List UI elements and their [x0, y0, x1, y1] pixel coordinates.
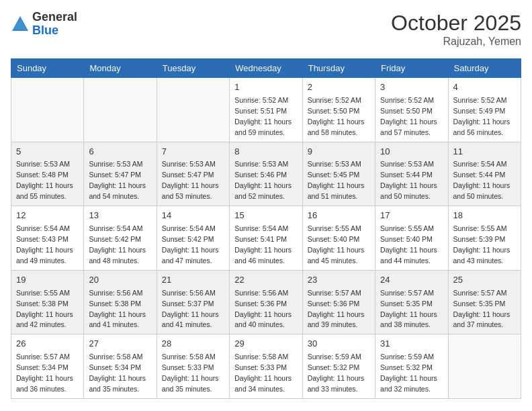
- logo-general: General: [32, 10, 77, 24]
- daylight-text: Daylight: 11 hours and 42 minutes.: [16, 310, 73, 329]
- logo-blue: Blue: [32, 24, 58, 37]
- sunrise-text: Sunrise: 5:54 AM: [162, 224, 216, 232]
- week-row-4: 19Sunrise: 5:55 AMSunset: 5:38 PMDayligh…: [11, 270, 521, 334]
- day-number: 7: [162, 146, 224, 158]
- sunset-text: Sunset: 5:44 PM: [453, 171, 506, 179]
- daylight-text: Daylight: 11 hours and 51 minutes.: [308, 181, 365, 200]
- weekday-header-wednesday: Wednesday: [230, 59, 302, 78]
- day-cell: 17Sunrise: 5:55 AMSunset: 5:40 PMDayligh…: [375, 206, 448, 271]
- day-cell: 20Sunrise: 5:56 AMSunset: 5:38 PMDayligh…: [84, 270, 157, 334]
- daylight-text: Daylight: 11 hours and 45 minutes.: [308, 246, 365, 265]
- day-cell: 7Sunrise: 5:53 AMSunset: 5:47 PMDaylight…: [157, 142, 229, 206]
- day-number: 26: [16, 338, 79, 351]
- day-cell: 28Sunrise: 5:58 AMSunset: 5:33 PMDayligh…: [157, 334, 229, 399]
- day-number: 3: [380, 81, 443, 94]
- day-cell: 23Sunrise: 5:57 AMSunset: 5:36 PMDayligh…: [302, 270, 375, 334]
- day-number: 19: [16, 274, 79, 287]
- weekday-header-thursday: Thursday: [302, 59, 375, 78]
- sunrise-text: Sunrise: 5:54 AM: [234, 224, 288, 232]
- day-cell: 18Sunrise: 5:55 AMSunset: 5:39 PMDayligh…: [448, 206, 521, 271]
- sunrise-text: Sunrise: 5:56 AM: [234, 289, 288, 297]
- sunset-text: Sunset: 5:35 PM: [380, 300, 433, 308]
- day-number: 10: [380, 146, 443, 158]
- day-number: 28: [162, 338, 224, 351]
- week-row-1: 1Sunrise: 5:52 AMSunset: 5:51 PMDaylight…: [11, 78, 521, 142]
- day-cell: 25Sunrise: 5:57 AMSunset: 5:35 PMDayligh…: [448, 270, 521, 334]
- sunset-text: Sunset: 5:43 PM: [16, 235, 69, 243]
- logo-text: General Blue: [32, 11, 77, 38]
- day-number: 8: [234, 146, 297, 158]
- sunrise-text: Sunrise: 5:55 AM: [308, 224, 361, 232]
- daylight-text: Daylight: 11 hours and 38 minutes.: [380, 310, 437, 329]
- sunset-text: Sunset: 5:45 PM: [308, 171, 360, 179]
- daylight-text: Daylight: 11 hours and 41 minutes.: [162, 310, 219, 329]
- daylight-text: Daylight: 11 hours and 39 minutes.: [308, 310, 365, 329]
- daylight-text: Daylight: 11 hours and 56 minutes.: [453, 118, 511, 136]
- sunrise-text: Sunrise: 5:53 AM: [380, 160, 434, 168]
- daylight-text: Daylight: 11 hours and 33 minutes.: [308, 374, 365, 393]
- day-number: 27: [89, 338, 151, 351]
- sunrise-text: Sunrise: 5:52 AM: [380, 96, 434, 104]
- daylight-text: Daylight: 11 hours and 32 minutes.: [380, 374, 437, 393]
- day-cell: 6Sunrise: 5:53 AMSunset: 5:47 PMDaylight…: [84, 142, 157, 206]
- day-cell: 1Sunrise: 5:52 AMSunset: 5:51 PMDaylight…: [230, 78, 302, 142]
- sunset-text: Sunset: 5:38 PM: [16, 300, 69, 308]
- sunrise-text: Sunrise: 5:53 AM: [16, 160, 70, 168]
- day-cell: 5Sunrise: 5:53 AMSunset: 5:48 PMDaylight…: [11, 142, 84, 206]
- day-cell: [11, 78, 84, 142]
- sunset-text: Sunset: 5:39 PM: [453, 235, 506, 243]
- daylight-text: Daylight: 11 hours and 44 minutes.: [380, 246, 437, 265]
- sunset-text: Sunset: 5:36 PM: [308, 300, 360, 308]
- sunrise-text: Sunrise: 5:57 AM: [380, 289, 434, 297]
- weekday-header-tuesday: Tuesday: [157, 59, 229, 78]
- sunrise-text: Sunrise: 5:58 AM: [162, 353, 216, 361]
- day-number: 31: [380, 338, 443, 351]
- day-number: 15: [234, 210, 297, 222]
- daylight-text: Daylight: 11 hours and 43 minutes.: [453, 246, 511, 265]
- sunrise-text: Sunrise: 5:53 AM: [89, 160, 142, 168]
- day-cell: 27Sunrise: 5:58 AMSunset: 5:34 PMDayligh…: [84, 334, 157, 399]
- sunrise-text: Sunrise: 5:52 AM: [308, 96, 361, 104]
- daylight-text: Daylight: 11 hours and 55 minutes.: [16, 181, 73, 200]
- day-number: 23: [308, 274, 370, 287]
- sunset-text: Sunset: 5:42 PM: [89, 235, 141, 243]
- sunset-text: Sunset: 5:49 PM: [453, 107, 506, 115]
- sunset-text: Sunset: 5:37 PM: [162, 300, 214, 308]
- sunrise-text: Sunrise: 5:53 AM: [234, 160, 288, 168]
- sunrise-text: Sunrise: 5:52 AM: [234, 96, 288, 104]
- day-cell: 19Sunrise: 5:55 AMSunset: 5:38 PMDayligh…: [11, 270, 84, 334]
- title-block: October 2025 Rajuzah, Yemen: [391, 11, 521, 48]
- sunset-text: Sunset: 5:40 PM: [308, 235, 360, 243]
- daylight-text: Daylight: 11 hours and 36 minutes.: [16, 374, 73, 393]
- day-cell: 22Sunrise: 5:56 AMSunset: 5:36 PMDayligh…: [230, 270, 302, 334]
- daylight-text: Daylight: 11 hours and 34 minutes.: [234, 374, 292, 393]
- weekday-header-row: SundayMondayTuesdayWednesdayThursdayFrid…: [11, 59, 521, 78]
- day-cell: 21Sunrise: 5:56 AMSunset: 5:37 PMDayligh…: [157, 270, 229, 334]
- daylight-text: Daylight: 11 hours and 49 minutes.: [16, 246, 73, 265]
- sunset-text: Sunset: 5:32 PM: [380, 363, 433, 371]
- day-number: 1: [234, 81, 297, 94]
- day-cell: 14Sunrise: 5:54 AMSunset: 5:42 PMDayligh…: [157, 206, 229, 271]
- day-number: 12: [16, 210, 79, 222]
- day-number: 17: [380, 210, 443, 222]
- day-number: 5: [16, 146, 79, 158]
- daylight-text: Daylight: 11 hours and 50 minutes.: [453, 181, 511, 200]
- day-cell: 26Sunrise: 5:57 AMSunset: 5:34 PMDayligh…: [11, 334, 84, 399]
- daylight-text: Daylight: 11 hours and 35 minutes.: [162, 374, 219, 393]
- day-number: 30: [308, 338, 370, 351]
- location: Rajuzah, Yemen: [391, 36, 521, 48]
- day-cell: 30Sunrise: 5:59 AMSunset: 5:32 PMDayligh…: [302, 334, 375, 399]
- weekday-header-friday: Friday: [375, 59, 448, 78]
- sunset-text: Sunset: 5:51 PM: [234, 107, 287, 115]
- day-cell: 13Sunrise: 5:54 AMSunset: 5:42 PMDayligh…: [84, 206, 157, 271]
- day-cell: 24Sunrise: 5:57 AMSunset: 5:35 PMDayligh…: [375, 270, 448, 334]
- daylight-text: Daylight: 11 hours and 37 minutes.: [453, 310, 511, 329]
- sunrise-text: Sunrise: 5:56 AM: [162, 289, 216, 297]
- sunset-text: Sunset: 5:50 PM: [380, 107, 433, 115]
- sunset-text: Sunset: 5:48 PM: [16, 171, 69, 179]
- daylight-text: Daylight: 11 hours and 40 minutes.: [234, 310, 292, 329]
- calendar: SundayMondayTuesdayWednesdayThursdayFrid…: [11, 58, 521, 399]
- daylight-text: Daylight: 11 hours and 53 minutes.: [162, 181, 219, 200]
- week-row-3: 12Sunrise: 5:54 AMSunset: 5:43 PMDayligh…: [11, 206, 521, 271]
- daylight-text: Daylight: 11 hours and 50 minutes.: [380, 181, 437, 200]
